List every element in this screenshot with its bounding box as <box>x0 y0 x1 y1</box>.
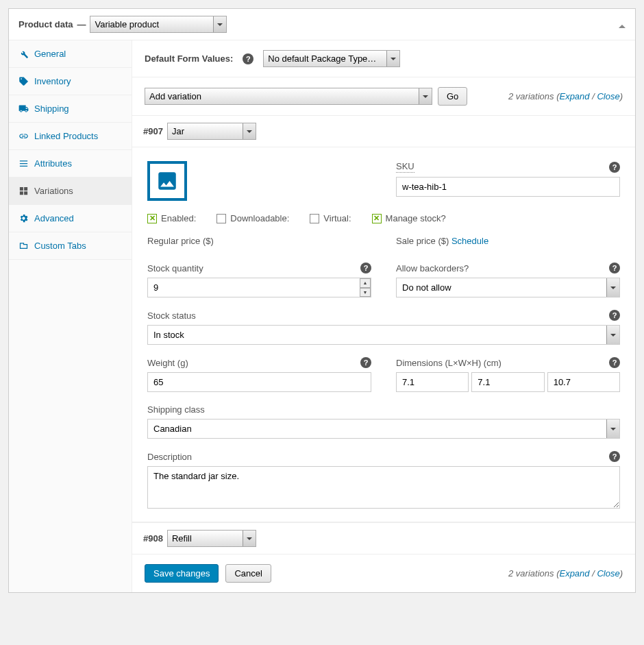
sidebar-item-label: Attributes <box>34 158 72 169</box>
variation-action-select[interactable]: Add variation <box>145 88 432 105</box>
product-type-select[interactable]: Variable product <box>90 16 227 33</box>
number-spinner[interactable]: ▲▼ <box>360 278 371 297</box>
panel-title-sep: — <box>77 19 86 29</box>
panel-title: Product data <box>18 19 73 29</box>
grid-icon <box>18 186 29 196</box>
panel-header: Product data — Variable product <box>9 9 635 40</box>
close-link[interactable]: Close <box>597 568 619 579</box>
stock-status-label: Stock status <box>147 311 196 321</box>
enabled-checkbox[interactable]: ✕Enabled: <box>147 213 196 223</box>
weight-input[interactable] <box>147 372 371 392</box>
variation-image-placeholder[interactable] <box>147 161 187 201</box>
variation-count-text: 2 variations (Expand / Close) <box>508 91 623 101</box>
sidebar-item-attributes[interactable]: Attributes <box>9 150 132 178</box>
sidebar: General Inventory Shipping Linked Produc… <box>9 40 132 592</box>
schedule-link[interactable]: Schedule <box>451 236 488 246</box>
product-data-panel: Product data — Variable product General … <box>8 8 636 593</box>
sidebar-item-shipping[interactable]: Shipping <box>9 95 132 123</box>
shipping-class-label: Shipping class <box>147 404 620 415</box>
shipping-class-select[interactable]: Canadian <box>147 419 620 439</box>
backorders-label: Allow backorders? <box>396 263 469 273</box>
sidebar-item-label: Inventory <box>34 76 71 86</box>
save-changes-button[interactable]: Save changes <box>145 564 219 583</box>
list-icon <box>18 158 29 169</box>
sidebar-item-custom-tabs[interactable]: Custom Tabs <box>9 232 132 260</box>
stock-quantity-input[interactable] <box>147 278 371 297</box>
sidebar-item-label: Custom Tabs <box>34 241 86 251</box>
backorders-select[interactable]: Do not allow <box>396 278 620 297</box>
help-icon[interactable]: ? <box>609 310 620 321</box>
expand-link[interactable]: Expand <box>559 91 589 101</box>
description-label: Description <box>147 452 192 462</box>
variation-907-header[interactable]: #907 Jar <box>132 116 635 147</box>
help-icon[interactable]: ? <box>609 357 620 368</box>
help-icon[interactable]: ? <box>243 53 253 64</box>
variation-toolbar: Add variation Go 2 variations (Expand / … <box>132 77 635 116</box>
virtual-checkbox[interactable]: Virtual: <box>310 213 351 223</box>
sidebar-item-label: General <box>34 49 66 59</box>
variation-attribute-select[interactable]: Refill <box>167 530 256 547</box>
cancel-button[interactable]: Cancel <box>225 564 271 583</box>
stock-status-select[interactable]: In stock <box>147 325 620 345</box>
tag-icon <box>18 76 29 86</box>
sidebar-item-general[interactable]: General <box>9 40 132 68</box>
variation-id: #908 <box>143 533 163 544</box>
weight-label: Weight (g) <box>147 358 188 368</box>
image-icon <box>156 169 179 193</box>
variation-908-header[interactable]: #908 Refill <box>132 522 635 555</box>
expand-link[interactable]: Expand <box>559 568 589 579</box>
sidebar-item-variations[interactable]: Variations <box>9 178 132 205</box>
gear-icon <box>18 213 29 223</box>
manage-stock-checkbox[interactable]: ✕Manage stock? <box>372 213 446 223</box>
variation-907-body: SKU ? ✕Enabled: Downloadable: Virtual: ✕… <box>132 147 635 522</box>
help-icon[interactable]: ? <box>360 357 371 368</box>
height-input[interactable] <box>547 372 620 392</box>
go-button[interactable]: Go <box>438 87 467 106</box>
variation-options-row: ✕Enabled: Downloadable: Virtual: ✕Manage… <box>147 213 620 223</box>
wrench-icon <box>18 49 29 59</box>
help-icon[interactable]: ? <box>609 162 620 173</box>
dimensions-label: Dimensions (L×W×H) (cm) <box>396 358 501 368</box>
help-icon[interactable]: ? <box>609 263 620 273</box>
sidebar-item-label: Shipping <box>34 104 69 114</box>
downloadable-checkbox[interactable]: Downloadable: <box>216 213 289 223</box>
help-icon[interactable]: ? <box>360 263 371 273</box>
variation-id: #907 <box>143 126 163 136</box>
sku-input[interactable] <box>396 177 620 197</box>
sale-price-label: Sale price ($) Schedule <box>396 236 620 246</box>
help-icon[interactable]: ? <box>609 451 620 462</box>
regular-price-label: Regular price ($) <box>147 236 371 246</box>
collapse-panel-icon[interactable] <box>619 21 626 28</box>
sidebar-item-linked-products[interactable]: Linked Products <box>9 123 132 150</box>
link-icon <box>18 131 29 141</box>
sidebar-item-advanced[interactable]: Advanced <box>9 205 132 232</box>
length-input[interactable] <box>396 372 469 392</box>
sku-label: SKU <box>396 161 414 173</box>
default-package-type-select[interactable]: No default Package Type… <box>263 50 400 67</box>
main-content: Default Form Values: ? No default Packag… <box>132 40 635 592</box>
sidebar-item-label: Advanced <box>34 213 74 223</box>
sidebar-item-label: Linked Products <box>34 131 98 141</box>
width-input[interactable] <box>471 372 544 392</box>
default-form-values-label: Default Form Values: <box>145 53 233 64</box>
variations-footer: Save changes Cancel 2 variations (Expand… <box>132 555 635 592</box>
stock-quantity-label: Stock quantity <box>147 263 203 273</box>
sidebar-item-inventory[interactable]: Inventory <box>9 68 132 95</box>
tabs-icon <box>18 241 29 251</box>
default-form-values-row: Default Form Values: ? No default Packag… <box>132 40 635 77</box>
variation-attribute-select[interactable]: Jar <box>167 123 256 140</box>
truck-icon <box>18 104 29 114</box>
close-link[interactable]: Close <box>597 91 619 101</box>
variation-count-text: 2 variations (Expand / Close) <box>508 568 623 579</box>
sidebar-item-label: Variations <box>34 186 73 196</box>
description-textarea[interactable] <box>147 466 620 509</box>
